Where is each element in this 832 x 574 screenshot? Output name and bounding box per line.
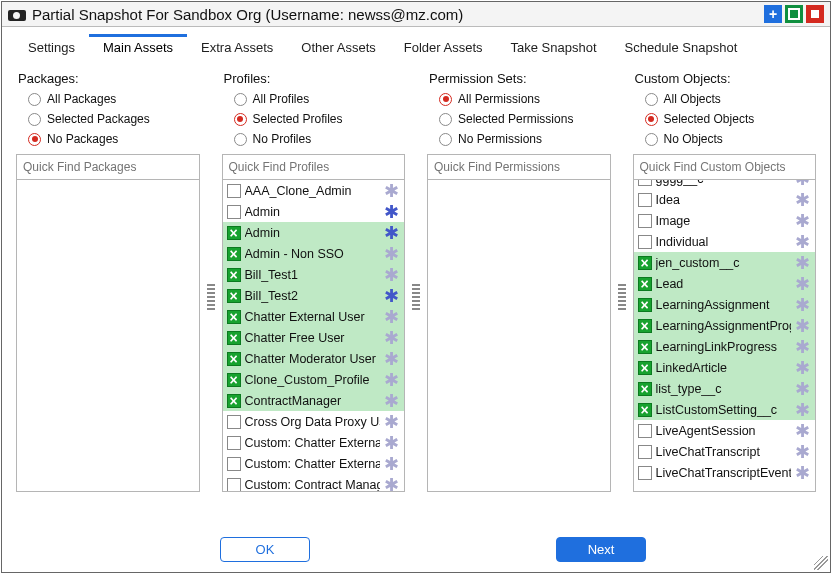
radio-icon (439, 93, 452, 106)
checkbox-icon[interactable] (227, 247, 241, 261)
tab-main-assets[interactable]: Main Assets (89, 34, 187, 61)
list-item[interactable]: Custom: Contract Manager✱ (223, 474, 405, 491)
list-item[interactable]: Chatter Free User✱ (223, 327, 405, 348)
checkbox-icon[interactable] (227, 289, 241, 303)
list-item[interactable]: Admin - Non SSO✱ (223, 243, 405, 264)
checkbox-icon[interactable] (227, 310, 241, 324)
list-item[interactable]: Custom: Chatter External✱ (223, 453, 405, 474)
list-item[interactable]: LinkedArticle✱ (634, 357, 816, 378)
checkbox-icon[interactable] (638, 445, 652, 459)
list-item[interactable]: ListCustomSetting__c✱ (634, 399, 816, 420)
title-bar: Partial Snapshot For Sandbox Org (Userna… (2, 2, 830, 27)
packages-search-input[interactable] (16, 154, 200, 180)
list-item[interactable]: Individual✱ (634, 231, 816, 252)
list-item[interactable]: Custom: Chatter External✱ (223, 432, 405, 453)
list-item[interactable]: jen_custom__c✱ (634, 252, 816, 273)
packages-radio-all-packages[interactable]: All Packages (28, 92, 200, 106)
list-item[interactable]: LearningLinkProgress✱ (634, 336, 816, 357)
list-item[interactable]: Chatter External User✱ (223, 306, 405, 327)
checkbox-icon[interactable] (638, 235, 652, 249)
checkbox-icon[interactable] (638, 382, 652, 396)
close-icon[interactable] (806, 5, 824, 23)
checkbox-icon[interactable] (638, 361, 652, 375)
list-item[interactable]: Idea✱ (634, 189, 816, 210)
list-item[interactable]: LiveAgentSession✱ (634, 420, 816, 441)
checkbox-icon[interactable] (638, 277, 652, 291)
checkbox-icon[interactable] (227, 205, 241, 219)
custom-objects-radio-all-objects[interactable]: All Objects (645, 92, 817, 106)
list-item-label: LearningAssignmentProgress (656, 319, 792, 333)
radio-label: Selected Packages (47, 112, 150, 126)
checkbox-icon[interactable] (227, 226, 241, 240)
list-item[interactable]: ContractManager✱ (223, 390, 405, 411)
profiles-radio-all-profiles[interactable]: All Profiles (234, 92, 406, 106)
asterisk-icon: ✱ (795, 382, 809, 396)
list-item[interactable]: Image✱ (634, 210, 816, 231)
custom-objects-radio-no-objects[interactable]: No Objects (645, 132, 817, 146)
tab-settings[interactable]: Settings (14, 34, 89, 61)
profiles-radio-selected-profiles[interactable]: Selected Profiles (234, 112, 406, 126)
checkbox-icon[interactable] (227, 268, 241, 282)
packages-radio-selected-packages[interactable]: Selected Packages (28, 112, 200, 126)
asterisk-icon: ✱ (384, 436, 398, 450)
add-icon[interactable] (764, 5, 782, 23)
column-drag-handle[interactable] (405, 67, 427, 527)
checkbox-icon[interactable] (227, 436, 241, 450)
list-item-label: Bill_Test1 (245, 268, 381, 282)
list-item[interactable]: Chatter Moderator User✱ (223, 348, 405, 369)
checkbox-icon[interactable] (638, 340, 652, 354)
permissions-radio-selected-permissions[interactable]: Selected Permissions (439, 112, 611, 126)
checkbox-icon[interactable] (227, 415, 241, 429)
asterisk-icon: ✱ (795, 277, 809, 291)
list-item[interactable]: Bill_Test1✱ (223, 264, 405, 285)
tab-schedule-snapshot[interactable]: Schedule Snapshot (611, 34, 752, 61)
profiles-radio-no-profiles[interactable]: No Profiles (234, 132, 406, 146)
list-item[interactable]: list_type__c✱ (634, 378, 816, 399)
list-item[interactable]: Clone_Custom_Profile✱ (223, 369, 405, 390)
custom-objects-search-input[interactable] (633, 154, 817, 180)
custom-objects-radio-selected-objects[interactable]: Selected Objects (645, 112, 817, 126)
list-item[interactable]: Admin✱ (223, 222, 405, 243)
list-item[interactable]: AAA_Clone_Admin✱ (223, 180, 405, 201)
checkbox-icon[interactable] (227, 184, 241, 198)
list-item[interactable]: LearningAssignment✱ (634, 294, 816, 315)
list-item[interactable]: LearningAssignmentProgress✱ (634, 315, 816, 336)
tab-other-assets[interactable]: Other Assets (287, 34, 389, 61)
resize-grip-icon[interactable] (814, 556, 828, 570)
column-drag-handle[interactable] (200, 67, 222, 527)
list-item[interactable]: Cross Org Data Proxy User✱ (223, 411, 405, 432)
list-item[interactable]: gggg__c✱ (634, 180, 816, 189)
permissions-search-input[interactable] (427, 154, 611, 180)
checkbox-icon[interactable] (638, 180, 652, 186)
list-item[interactable]: LiveChatTranscriptEvent✱ (634, 462, 816, 483)
checkbox-icon[interactable] (638, 214, 652, 228)
checkbox-icon[interactable] (638, 256, 652, 270)
checkbox-icon[interactable] (638, 466, 652, 480)
checkbox-icon[interactable] (227, 352, 241, 366)
ok-button[interactable]: OK (220, 537, 310, 562)
permissions-radio-all-permissions[interactable]: All Permissions (439, 92, 611, 106)
list-item[interactable]: Bill_Test2✱ (223, 285, 405, 306)
tab-folder-assets[interactable]: Folder Assets (390, 34, 497, 61)
checkbox-icon[interactable] (227, 331, 241, 345)
checkbox-icon[interactable] (227, 394, 241, 408)
checkbox-icon[interactable] (227, 457, 241, 471)
checkbox-icon[interactable] (227, 373, 241, 387)
list-item[interactable]: Lead✱ (634, 273, 816, 294)
maximize-icon[interactable] (785, 5, 803, 23)
list-item[interactable]: Admin✱ (223, 201, 405, 222)
checkbox-icon[interactable] (638, 403, 652, 417)
tab-extra-assets[interactable]: Extra Assets (187, 34, 287, 61)
checkbox-icon[interactable] (638, 298, 652, 312)
packages-radio-no-packages[interactable]: No Packages (28, 132, 200, 146)
column-drag-handle[interactable] (611, 67, 633, 527)
checkbox-icon[interactable] (638, 424, 652, 438)
next-button[interactable]: Next (556, 537, 646, 562)
checkbox-icon[interactable] (227, 478, 241, 492)
permissions-radio-no-permissions[interactable]: No Permissions (439, 132, 611, 146)
tab-take-snapshot[interactable]: Take Snapshot (497, 34, 611, 61)
checkbox-icon[interactable] (638, 319, 652, 333)
checkbox-icon[interactable] (638, 193, 652, 207)
list-item[interactable]: LiveChatTranscript✱ (634, 441, 816, 462)
profiles-search-input[interactable] (222, 154, 406, 180)
